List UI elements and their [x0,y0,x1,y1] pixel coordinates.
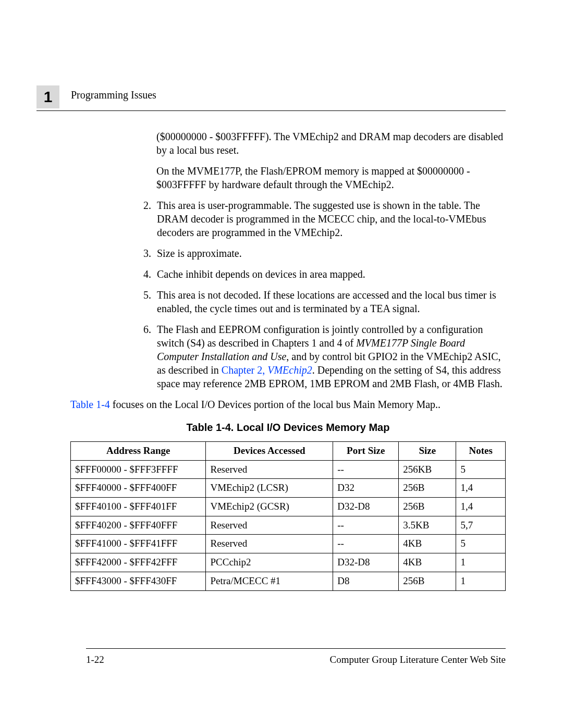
table-cell: $FFF40100 - $FFF401FF [71,498,206,516]
table-row: $FFF42000 - $FFF42FFFPCCchip2D32-D84KB1 [71,553,506,572]
table-cell: D8 [333,572,399,590]
memory-map-table: Address Range Devices Accessed Port Size… [70,441,506,591]
page-footer: 1-22 Computer Group Literature Center We… [86,648,506,665]
table-intro-rest: focuses on the Local I/O Devices portion… [110,399,440,410]
note-text: The Flash and EEPROM configuration is jo… [157,323,506,390]
note-number: 4. [143,267,157,281]
table-1-4-link[interactable]: Table 1-4 [70,399,110,410]
note-item-3: 3. Size is approximate. [143,246,506,260]
table-cell: 1,4 [456,498,506,516]
table-cell: 1 [456,553,506,572]
chapter-2-link-title: VMEchip2 [267,364,312,376]
th-notes: Notes [456,442,506,461]
note-text: Cache inhibit depends on devices in area… [157,267,506,281]
table-cell: -- [333,535,399,553]
note-item-4: 4. Cache inhibit depends on devices in a… [143,267,506,281]
table-intro-paragraph: Table 1-4 focuses on the Local I/O Devic… [70,398,506,411]
table-cell: 256B [399,498,456,516]
table-cell: 5,7 [456,516,506,535]
table-row: $FFF41000 - $FFF41FFFReserved--4KB5 [71,535,506,553]
table-caption: Table 1-4. Local I/O Devices Memory Map [70,421,506,434]
table-cell: 3.5KB [399,516,456,535]
note-text: This area is user-programmable. The sugg… [157,199,506,239]
note-number: 2. [143,199,157,239]
table-cell: 1 [456,572,506,590]
table-cell: Reserved [206,460,333,479]
continuation-paragraph-2: On the MVME177P, the Flash/EPROM memory … [156,164,506,191]
th-devices-accessed: Devices Accessed [206,442,333,461]
page-header: 1 Programming Issues [36,83,506,111]
table-cell: $FFF42000 - $FFF42FFF [71,553,206,572]
page-number: 1-22 [86,654,104,665]
table-cell: $FFF40000 - $FFF400FF [71,479,206,498]
chapter-2-link[interactable]: Chapter 2, VMEchip2 [222,364,312,376]
table-cell: Reserved [206,535,333,553]
table-cell: $FFF43000 - $FFF430FF [71,572,206,590]
note-number: 5. [143,288,157,315]
table-cell: 256KB [399,460,456,479]
table-cell: -- [333,460,399,479]
chapter-number-badge: 1 [36,85,59,108]
table-cell: 1,4 [456,479,506,498]
table-row: $FFF40000 - $FFF400FFVMEchip2 (LCSR)D322… [71,479,506,498]
table-cell: D32-D8 [333,498,399,516]
table-cell: 5 [456,460,506,479]
table-row: $FFF00000 - $FFF3FFFFReserved--256KB5 [71,460,506,479]
table-cell: PCCchip2 [206,553,333,572]
note-text: Size is approximate. [157,246,506,260]
note-item-6: 6. The Flash and EEPROM configuration is… [143,323,506,390]
note-item-5: 5. This area is not decoded. If these lo… [143,288,506,315]
table-cell: $FFF40200 - $FFF40FFF [71,516,206,535]
continuation-paragraph-1: ($00000000 - $003FFFFF). The VMEchip2 an… [156,130,506,157]
table-cell: D32 [333,479,399,498]
footer-site-text: Computer Group Literature Center Web Sit… [330,654,506,665]
table-cell: -- [333,516,399,535]
table-cell: VMEchip2 (LCSR) [206,479,333,498]
note-number: 3. [143,246,157,260]
table-cell: 5 [456,535,506,553]
table-cell: D32-D8 [333,553,399,572]
table-cell: $FFF41000 - $FFF41FFF [71,535,206,553]
table-cell: 4KB [399,553,456,572]
note-item-2: 2. This area is user-programmable. The s… [143,199,506,239]
th-address-range: Address Range [71,442,206,461]
table-cell: VMEchip2 (GCSR) [206,498,333,516]
table-row: $FFF43000 - $FFF430FFPetra/MCECC #1D8256… [71,572,506,590]
note-number: 6. [143,323,157,390]
table-cell: Petra/MCECC #1 [206,572,333,590]
table-cell: 256B [399,572,456,590]
table-row: $FFF40100 - $FFF401FFVMEchip2 (GCSR)D32-… [71,498,506,516]
table-row: $FFF40200 - $FFF40FFFReserved--3.5KB5,7 [71,516,506,535]
note-text: This area is not decoded. If these locat… [157,288,506,315]
th-size: Size [399,442,456,461]
chapter-2-link-text: Chapter 2, [222,364,267,376]
table-cell: 4KB [399,535,456,553]
table-cell: $FFF00000 - $FFF3FFFF [71,460,206,479]
running-head: Programming Issues [71,89,156,101]
table-cell: Reserved [206,516,333,535]
th-port-size: Port Size [333,442,399,461]
table-cell: 256B [399,479,456,498]
